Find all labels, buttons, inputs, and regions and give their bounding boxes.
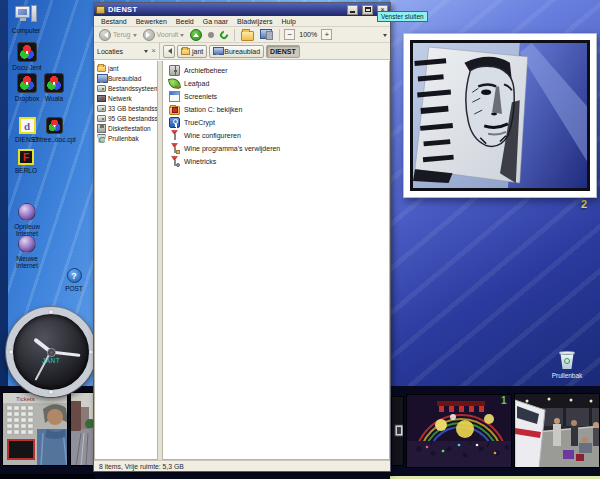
sidebar-item-prullenbak[interactable]: Prullenbak (95, 133, 157, 143)
menu-hulp[interactable]: Hulp (277, 18, 299, 25)
back-icon (99, 29, 111, 41)
back-dropdown-icon[interactable] (133, 34, 137, 39)
menu-beeld[interactable]: Beeld (172, 18, 198, 25)
clock-tick-9 (9, 350, 13, 354)
file-item-truecrypt[interactable]: TrueCrypt (169, 116, 389, 129)
sidebar-item-label: Prullenbak (108, 135, 139, 142)
crumb-bureaublad[interactable]: Bureaublad (209, 45, 264, 58)
places-close-button[interactable]: × (151, 47, 156, 55)
drive-icon (97, 115, 106, 122)
file-item-screenlets[interactable]: Screenlets (169, 90, 389, 103)
menu-ga-naar[interactable]: Ga naar (199, 18, 232, 25)
desktop-icon-nieuwe-internet[interactable]: Nieuwe Internet (7, 235, 47, 270)
crumb-back-button[interactable] (163, 45, 175, 58)
maximize-button[interactable] (362, 5, 373, 15)
forward-dropdown-icon[interactable] (180, 34, 184, 39)
forward-icon (143, 29, 155, 41)
sidebar-item-33gb[interactable]: 33 GB bestandssysteem (95, 103, 157, 113)
file-item-station-c[interactable]: Station C: bekijken (169, 103, 389, 116)
file-item-winetricks[interactable]: Winetricks (169, 155, 389, 168)
framed-picture (403, 33, 597, 198)
sidebar-item-label: Bureaublad (108, 75, 141, 82)
desktop-monitor-icon (213, 47, 222, 55)
menubar: Bestand Bewerken Beeld Ga naar Bladwijze… (94, 16, 390, 27)
desktop: Tickets (0, 0, 600, 479)
folder-icon (241, 31, 254, 41)
sidebar-item-jant[interactable]: jant (95, 63, 157, 73)
crumb-jant[interactable]: jant (177, 45, 207, 58)
desktop-icon-opnieuw-internet[interactable]: Opnieuw Internet (7, 203, 47, 238)
toolbar-separator (234, 29, 235, 41)
window-icon (96, 6, 105, 14)
sidebar-item-label: jant (108, 65, 118, 72)
pathbar: Locaties × jant Bureaublad DIENST (94, 43, 390, 60)
sidebar-item-bestandssysteem[interactable]: Bestandssysteem (95, 83, 157, 93)
sidebar-item-diskettestation[interactable]: Diskettestation (95, 123, 157, 133)
file-item-label: TrueCrypt (184, 119, 215, 126)
forward-button[interactable]: Vooruit (141, 28, 187, 42)
menu-bladwijzers[interactable]: Bladwijzers (233, 18, 276, 25)
rgb-wheel-icon (46, 117, 63, 134)
desktop-icon-prullenbak[interactable]: Prullenbak (545, 350, 589, 379)
menu-bestand[interactable]: Bestand (97, 18, 131, 25)
sidebar-item-bureaublad[interactable]: Bureaublad (95, 73, 157, 83)
maximize-icon (365, 7, 371, 12)
file-item-wine-configureren[interactable]: Wine configureren (169, 129, 389, 142)
breadcrumb: jant Bureaublad DIENST (160, 45, 303, 58)
forward-label: Vooruit (157, 31, 179, 38)
sidebar-item-label: Diskettestation (108, 125, 151, 132)
video-thumbnail-fragment (391, 396, 404, 466)
places-dropdown-icon (144, 50, 148, 55)
desktop-icon-wuala[interactable]: Wuala (34, 73, 74, 102)
toolbar-overflow-icon[interactable] (383, 34, 387, 39)
sphere-icon (18, 203, 36, 221)
places-label: Locaties (97, 48, 141, 55)
home-folder-button[interactable] (239, 28, 256, 42)
stop-button[interactable] (206, 28, 216, 42)
places-combo[interactable]: Locaties × (94, 43, 160, 59)
desktop-icon-computer[interactable]: Computer (4, 5, 48, 34)
zoom-in-button[interactable]: + (321, 29, 332, 40)
sidebar-item-label: Bestandssysteem (108, 85, 157, 92)
minimize-button[interactable] (347, 5, 358, 15)
bottom-left-bar (0, 474, 95, 479)
zoom-out-button[interactable]: − (284, 29, 295, 40)
network-icon (97, 95, 106, 102)
desktop-icon-berlo[interactable]: F BERLO (6, 149, 46, 174)
stop-icon (208, 32, 214, 38)
crumb-dienst[interactable]: DIENST (266, 45, 300, 58)
desktop-icon-post[interactable]: ? POST (54, 268, 94, 292)
file-manager-window: DIENST × Bestand Bewerken Beeld Ga naar … (93, 2, 391, 472)
clock-tick-12 (49, 310, 53, 314)
close-tooltip: Venster sluiten (377, 11, 428, 22)
file-item-label: Screenlets (184, 93, 217, 100)
file-item-wine-verwijderen[interactable]: Wine programma's verwijderen (169, 142, 389, 155)
rgb-wheel-icon (44, 73, 64, 93)
computer-button[interactable] (258, 28, 275, 42)
desktop-icon-entree-doc[interactable]: Entree..doc.cpt (34, 117, 74, 143)
desktop-icon-docu-jent[interactable]: Docu Jent (5, 42, 49, 71)
titlebar[interactable]: DIENST × (94, 3, 390, 16)
up-button[interactable] (188, 28, 204, 42)
ticket-sign-text: Tickets (16, 396, 35, 402)
sidebar-item-label: Netwerk (108, 95, 132, 102)
back-button[interactable]: Terug (97, 28, 139, 42)
clock-widget[interactable]: JANT (6, 307, 96, 397)
sidebar-item-netwerk[interactable]: Netwerk (95, 93, 157, 103)
clock-center-cap (47, 348, 56, 357)
channel-marker-1: 1 (501, 395, 507, 406)
menu-bewerken[interactable]: Bewerken (132, 18, 171, 25)
desktop-icon-label: Wuala (45, 95, 63, 102)
file-item-archiefbeheer[interactable]: Archiefbeheer (169, 64, 389, 77)
desktop-icon-label: Prullenbak (552, 372, 583, 379)
file-item-leafpad[interactable]: Leafpad (169, 77, 389, 90)
refresh-button[interactable] (218, 28, 230, 42)
desktop-icon-label: POST (65, 285, 83, 292)
floppy-icon (97, 124, 106, 133)
file-list: Archiefbeheer Leafpad Screenlets Station… (162, 61, 390, 460)
file-item-label: Wine programma's verwijderen (184, 145, 280, 152)
video-thumbnail-street (70, 392, 94, 466)
desktop-monitor-icon (97, 74, 106, 83)
rgb-wheel-icon (17, 42, 37, 62)
sidebar-item-95gb[interactable]: 95 GB bestandssysteem (95, 113, 157, 123)
